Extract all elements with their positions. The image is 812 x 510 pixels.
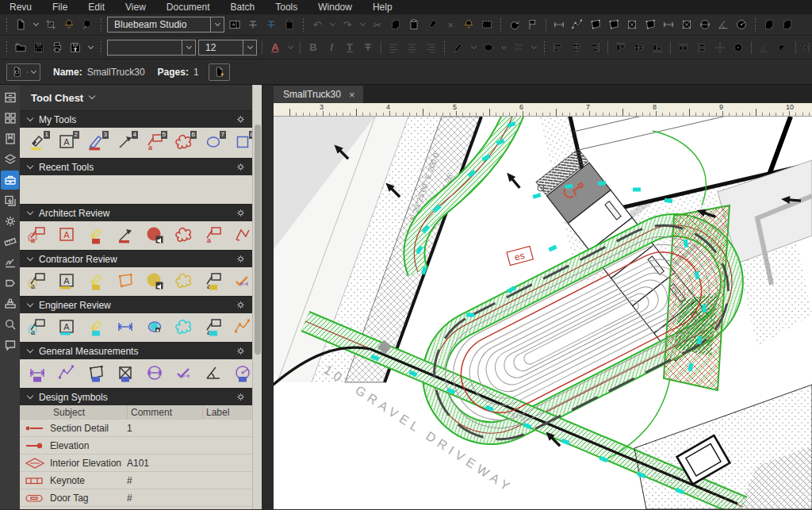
thumbnails-panel-icon[interactable] [1,109,19,128]
tool-chest-panel-icon[interactable] [1,171,19,190]
font-color-button[interactable]: A [267,40,283,56]
measure-diameter-icon[interactable] [697,17,713,33]
measurements-panel-icon[interactable] [1,232,19,251]
menu-file[interactable]: File [52,2,67,13]
section-gear-icon[interactable] [236,392,246,402]
cut-icon[interactable]: ✂ [370,17,385,33]
flag-icon[interactable] [525,17,541,33]
italic-button[interactable]: I [324,40,339,56]
section-gear-icon[interactable] [236,346,246,356]
section-gear-icon[interactable] [236,208,246,218]
ungroup-icon[interactable] [779,17,795,33]
section-gear-icon[interactable] [236,254,246,264]
tool-volume[interactable] [116,363,135,384]
group-icon[interactable] [761,17,777,33]
rotate-icon[interactable] [507,17,523,33]
print-icon[interactable] [49,40,65,56]
align-objects-left-icon[interactable] [550,40,566,56]
search-panel-icon[interactable] [1,315,19,334]
tool-cloud[interactable] [174,317,193,338]
markup-tool-icon[interactable] [245,17,261,33]
tool-diameter[interactable] [145,363,164,384]
tab-close-icon[interactable]: × [349,89,355,101]
tool-ellipse[interactable]: 7 [204,132,223,153]
insert-page-button[interactable] [209,63,230,81]
panel-title-chevron-icon[interactable] [89,93,95,99]
collapse-chevron-icon[interactable] [27,346,33,352]
measure-polylength-icon[interactable] [569,17,585,33]
lasso-icon[interactable] [79,17,95,33]
select-rectangle-icon[interactable] [479,17,495,33]
snap-to-grid-icon[interactable] [756,40,772,56]
line-color-icon[interactable] [450,40,466,56]
hatch-pattern-icon[interactable] [511,40,527,56]
section-header-contractor-review[interactable]: Contractor Review [20,250,252,267]
tool-cloud[interactable] [174,225,193,246]
tool-cloud[interactable]: 6 [174,132,193,153]
distribute-vertical-icon[interactable] [694,40,710,56]
panel-title-bar[interactable]: Tool Chest [20,85,252,110]
properties-panel-icon[interactable] [1,212,19,231]
align-objects-center-icon[interactable] [569,40,584,56]
measure-area-cutout-icon[interactable] [642,17,658,33]
tool-callout[interactable]: 5 [145,132,164,153]
collapse-chevron-icon[interactable] [27,392,33,398]
table-row[interactable]: Elevation [20,437,252,454]
file-access-panel-icon[interactable] [1,88,19,107]
tool-callout-cloud[interactable] [28,317,47,338]
underline-button[interactable]: T [342,40,358,56]
panel-scrollbar[interactable] [252,85,262,509]
tool-pen[interactable]: 3 [86,132,105,153]
tool-polylength[interactable] [57,363,76,384]
table-row[interactable]: Section Detail 1 [20,420,252,437]
section-gear-icon[interactable] [236,162,246,172]
measure-wall-area-icon[interactable] [661,17,676,33]
spaces-panel-icon[interactable] [1,274,19,293]
tool-polyline[interactable] [233,317,252,338]
redo-icon[interactable]: ↷ [339,17,355,33]
line-color-chevron-icon[interactable] [469,40,478,56]
crop-icon[interactable] [43,17,59,33]
undo-icon[interactable]: ↶ [309,17,325,33]
section-header-my-tools[interactable]: My Tools [20,110,252,128]
tool-highlight[interactable] [86,225,105,246]
new-document-icon[interactable] [13,17,29,33]
section-header-architect-review[interactable]: Architect Review [20,204,252,221]
signatures-panel-icon[interactable] [1,253,19,272]
studio-dropdown-chevron-icon[interactable] [210,17,224,32]
tool-text-box[interactable]: 2 [57,132,76,153]
measure-perimeter-icon[interactable] [588,17,603,33]
measure-angle-icon[interactable] [715,17,731,33]
tool-callout[interactable] [204,271,223,292]
markups-list-panel-icon[interactable] [1,191,19,210]
new-document-chevron-icon[interactable] [31,17,40,33]
align-objects-bottom-icon[interactable] [649,40,665,56]
section-gear-icon[interactable] [236,114,246,125]
document-canvas[interactable]: N 29°25'00" E 200.0' N 28°09'37" E 26' [274,117,812,509]
paste-in-place-icon[interactable] [282,17,297,33]
font-family-select[interactable] [107,40,196,56]
menu-view[interactable]: View [125,2,146,13]
tool-text-box[interactable] [57,225,76,246]
open-file-icon[interactable] [13,40,29,56]
distribute-horizontal-icon[interactable] [676,40,691,56]
3d-model-tree-panel-icon[interactable] [1,294,19,313]
menu-batch[interactable]: Batch [231,2,255,13]
save-icon[interactable] [31,40,47,56]
redo-chevron-icon[interactable] [358,17,367,33]
font-size-select[interactable]: 12 [198,40,257,56]
section-header-engineer-review[interactable]: Engineer Review [20,296,252,313]
menu-window[interactable]: Window [318,2,352,13]
table-row[interactable]: Door Tag # [20,489,252,507]
menu-edit[interactable]: Edit [88,2,105,13]
alert-bell-icon[interactable] [461,17,477,33]
table-row[interactable]: Interior Elevation A101 [20,454,252,472]
tool-area[interactable] [86,363,105,384]
font-family-chevron-icon[interactable] [182,40,195,55]
tab-smalltruck30[interactable]: SmallTruck30 × [274,86,363,103]
tool-text-box[interactable] [57,317,76,338]
tool-length-measure[interactable] [116,317,135,338]
export-icon[interactable] [67,40,83,56]
tool-radius[interactable] [233,363,252,384]
tool-callout[interactable] [204,225,223,246]
